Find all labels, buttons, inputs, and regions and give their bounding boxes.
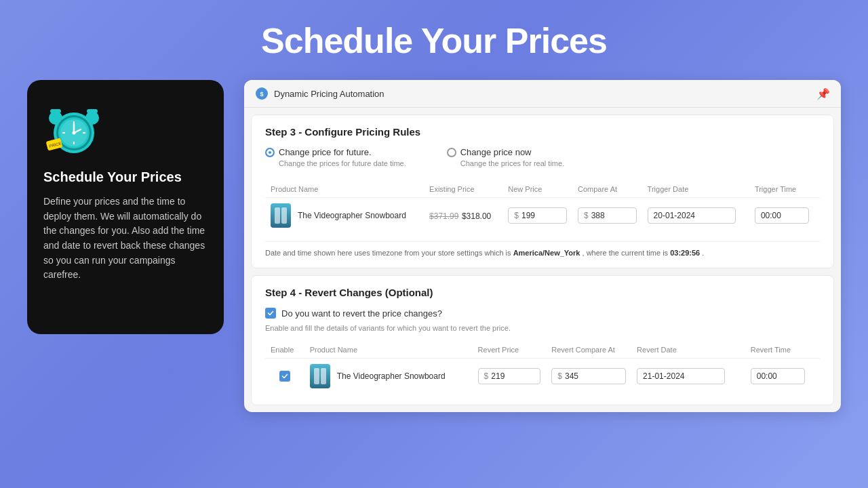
radio-future-label: Change price for future.	[279, 147, 372, 157]
revert-compare-symbol: $	[557, 371, 562, 381]
product-name: The Videographer Snowboard	[298, 211, 406, 220]
revert-col-enable: Enable	[265, 342, 304, 359]
revert-col-product: Product Name	[304, 342, 473, 359]
product-thumbnail	[271, 203, 291, 228]
radio-future-circle	[265, 148, 275, 157]
revert-product-thumbnail	[310, 364, 330, 388]
current-time: 03:29:56	[670, 249, 700, 257]
step4-section: Step 4 - Revert Changes (Optional) Do yo…	[251, 275, 834, 405]
revert-table: Enable Product Name Revert Price Revert …	[265, 342, 820, 394]
panel-header-title: Dynamic Pricing Automation	[274, 89, 384, 99]
main-layout: PRICE Schedule Your Prices Define your p…	[0, 80, 868, 412]
col-compare-at: Compare At	[572, 181, 642, 198]
step3-section: Step 3 - Configure Pricing Rules Change …	[251, 115, 834, 268]
svg-text:$: $	[260, 91, 263, 98]
pricing-table: Product Name Existing Price New Price Co…	[265, 181, 820, 233]
timezone-name: America/New_York	[513, 249, 580, 257]
compare-at-field[interactable]	[591, 211, 625, 220]
panel-header: $ Dynamic Pricing Automation 📌	[244, 80, 841, 108]
step4-title: Step 4 - Revert Changes (Optional)	[265, 287, 820, 298]
timezone-note-text2: , where the current time is	[583, 249, 669, 257]
compare-at-input[interactable]: $	[578, 207, 637, 224]
svg-rect-14	[87, 109, 98, 113]
revert-col-date: Revert Date	[631, 342, 745, 359]
revert-col-time: Revert Time	[745, 342, 820, 359]
trigger-date-field[interactable]	[648, 207, 736, 224]
right-panel: $ Dynamic Pricing Automation 📌 Step 3 - …	[244, 80, 841, 412]
svg-rect-13	[50, 109, 61, 113]
revert-compare-input[interactable]: $	[551, 368, 626, 384]
radio-future-sublabel: Change the prices for future date time.	[279, 159, 406, 167]
svg-point-12	[73, 131, 76, 135]
revert-table-row: The Videographer Snowboard $ $	[265, 359, 820, 394]
revert-col-price: Revert Price	[473, 342, 547, 359]
revert-date-field[interactable]	[637, 368, 725, 384]
app-logo-icon: $	[255, 87, 269, 100]
step4-sub-note: Enable and fill the details of variants …	[265, 324, 820, 332]
card-description: Define your prices and the time to deplo…	[43, 195, 208, 283]
radio-now-sublabel: Change the prices for real time.	[460, 159, 564, 167]
clock-icon: PRICE	[43, 99, 104, 160]
product-cell: The Videographer Snowboard	[271, 203, 418, 228]
revert-currency-symbol: $	[484, 371, 489, 381]
card-title: Schedule Your Prices	[43, 169, 208, 185]
col-trigger-time: Trigger Time	[749, 181, 820, 198]
new-price-input[interactable]: $	[508, 207, 567, 224]
revert-price-input[interactable]: $	[478, 368, 541, 384]
radio-option-future[interactable]: Change price for future. Change the pric…	[265, 147, 406, 167]
timezone-note-text3: .	[702, 249, 704, 257]
panel-header-left: $ Dynamic Pricing Automation	[255, 87, 384, 100]
revert-product-name: The Videographer Snowboard	[337, 371, 446, 381]
col-trigger-date: Trigger Date	[642, 181, 749, 198]
radio-now-label: Change price now	[460, 147, 532, 157]
col-product-name: Product Name	[265, 181, 424, 198]
revert-row-enable-checkbox[interactable]	[279, 371, 290, 382]
revert-checkbox-label: Do you want to revert the price changes?	[281, 308, 442, 319]
radio-now-circle	[447, 148, 456, 157]
revert-product-cell: The Videographer Snowboard	[310, 364, 467, 388]
revert-checkbox-row[interactable]: Do you want to revert the price changes?	[265, 308, 820, 319]
revert-checkbox[interactable]	[265, 308, 276, 319]
left-card: PRICE Schedule Your Prices Define your p…	[27, 80, 224, 334]
col-existing-price: Existing Price	[424, 181, 502, 198]
new-price-field[interactable]	[521, 211, 555, 220]
timezone-note: Date and time shown here uses timezone f…	[265, 241, 820, 257]
currency-symbol: $	[514, 211, 519, 220]
table-row: The Videographer Snowboard $371.99 $318.…	[265, 198, 820, 234]
radio-now-row: Change price now	[447, 147, 564, 157]
radio-options: Change price for future. Change the pric…	[265, 147, 820, 167]
radio-option-now[interactable]: Change price now Change the prices for r…	[447, 147, 564, 167]
existing-price-new: $318.00	[462, 211, 491, 221]
revert-price-field[interactable]	[491, 371, 525, 381]
revert-col-compare: Revert Compare At	[546, 342, 631, 359]
compare-currency-symbol: $	[584, 211, 589, 220]
pin-icon: 📌	[816, 87, 830, 100]
revert-time-field[interactable]	[751, 368, 805, 384]
trigger-time-field[interactable]	[755, 207, 809, 224]
step3-title: Step 3 - Configure Pricing Rules	[265, 126, 820, 138]
existing-price-old: $371.99	[429, 211, 458, 221]
timezone-note-text1: Date and time shown here uses timezone f…	[265, 249, 511, 257]
page-title: Schedule Your Prices	[261, 20, 607, 61]
revert-compare-field[interactable]	[565, 371, 599, 381]
radio-future-row: Change price for future.	[265, 147, 406, 157]
col-new-price: New Price	[502, 181, 572, 198]
